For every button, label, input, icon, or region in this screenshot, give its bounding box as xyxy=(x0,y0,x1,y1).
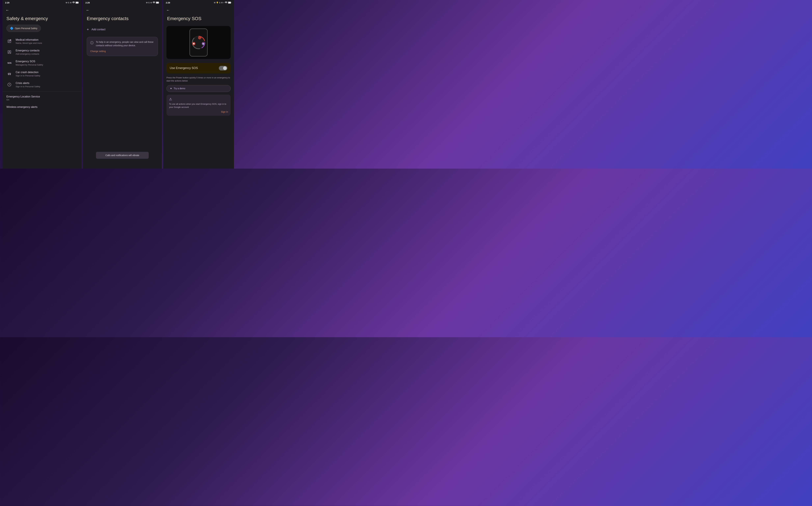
battery-icon-3 xyxy=(228,2,231,4)
try-demo-button[interactable]: ✦ Try a demo xyxy=(167,85,231,92)
medical-title: Medical information xyxy=(16,38,78,41)
status-time-1: 2:29 xyxy=(5,1,9,4)
menu-text-medical: Medical information Name, blood type and… xyxy=(16,38,78,45)
google-icon: G xyxy=(68,2,69,4)
back-arrow-icon-2: ← xyxy=(86,8,90,12)
battery-icon xyxy=(76,2,79,4)
add-contact-row[interactable]: + Add contact xyxy=(83,25,162,34)
svg-rect-15 xyxy=(231,2,231,3)
svg-rect-13 xyxy=(156,2,159,3)
wireless-title: Wireless emergency alerts xyxy=(6,105,78,108)
status-time-3: 2:29 xyxy=(166,1,170,4)
sign-in-link[interactable]: Sign in xyxy=(169,110,228,113)
crisis-icon xyxy=(6,82,12,88)
crash-icon xyxy=(6,71,12,77)
svg-rect-2 xyxy=(76,2,78,3)
dot-icon: • xyxy=(223,2,224,4)
svg-rect-1 xyxy=(78,2,79,3)
settings-icon-2: ⚙ xyxy=(150,2,152,4)
menu-item-contacts[interactable]: Emergency contacts Add emergency contact… xyxy=(2,47,82,58)
use-sos-toggle-row[interactable]: Use Emergency SOS xyxy=(167,63,231,73)
location-subtitle: On xyxy=(6,98,78,101)
wifi-icon-2 xyxy=(153,2,155,4)
panel-safety-emergency: 2:29 M G ⚙ ← Safety & emergency 🔷 Open P… xyxy=(2,0,82,169)
back-button-1[interactable]: ← xyxy=(4,7,11,14)
settings-icon: ⚙ xyxy=(70,2,72,4)
snackbar: Calls and notifications will vibrate xyxy=(96,152,149,159)
contacts-icon xyxy=(6,49,12,55)
sos-subtitle: Managed by Personal Safety xyxy=(16,64,78,66)
settings-icon-3: ⚙ xyxy=(221,2,223,4)
page-title-2: Emergency contacts xyxy=(83,14,162,25)
svg-rect-24 xyxy=(193,43,194,44)
sos-image-container: 📞 📡 xyxy=(167,26,231,59)
gmail-icon-3: M xyxy=(214,2,215,4)
menu-text-contacts: Emergency contacts Add emergency contact… xyxy=(16,49,78,55)
gmail-icon-2: M xyxy=(146,2,148,4)
info-card-header: ⓘ To help in an emergency, people can vi… xyxy=(90,40,155,47)
menu-item-crisis[interactable]: Crisis alerts Sign in to Personal Safety xyxy=(2,79,82,90)
svg-rect-12 xyxy=(159,2,159,3)
google-icon-3: G xyxy=(219,2,220,4)
status-bar-1: 2:29 M G ⚙ xyxy=(2,0,82,5)
info-card-text: To help in an emergency, people can view… xyxy=(96,40,155,47)
contacts-title: Emergency contacts xyxy=(16,49,78,52)
panel-emergency-contacts: 2:29 M G ⚙ ← Emergency contacts + Add co… xyxy=(83,0,162,169)
location-title: Emergency Location Service xyxy=(6,95,78,98)
svg-rect-16 xyxy=(229,2,231,3)
personal-safety-icon: 🔷 xyxy=(10,26,13,30)
phone-mockup: 📞 📡 xyxy=(189,28,208,57)
try-demo-label: Try a demo xyxy=(174,87,185,90)
personal-safety-label: Open Personal Safety xyxy=(15,27,37,30)
battery-icon-2 xyxy=(156,2,159,4)
back-button-3[interactable]: ← xyxy=(165,7,172,14)
menu-list: Medical information Name, blood type and… xyxy=(2,36,82,169)
menu-item-crash[interactable]: Car crash detection Sign in to Personal … xyxy=(2,68,82,79)
menu-item-location[interactable]: Emergency Location Service On xyxy=(2,93,82,103)
wifi-icon-3 xyxy=(225,2,228,4)
add-contact-label: Add contact xyxy=(92,28,105,31)
crash-title: Car crash detection xyxy=(16,71,78,74)
menu-item-wireless[interactable]: Wireless emergency alerts xyxy=(2,103,82,111)
bulb-icon: 💡 xyxy=(216,2,218,4)
menu-item-medical[interactable]: Medical information Name, blood type and… xyxy=(2,36,82,47)
warning-card: ⚠ To use all actions when you start Emer… xyxy=(167,94,231,116)
demo-icon: ✦ xyxy=(170,87,172,90)
status-icons-2: M G ⚙ xyxy=(146,2,159,4)
medical-subtitle: Name, blood type and more xyxy=(16,42,78,44)
status-bar-2: 2:29 M G ⚙ xyxy=(83,0,162,5)
divider-1 xyxy=(2,91,82,92)
change-setting-link[interactable]: Change setting xyxy=(90,50,155,53)
menu-item-sos[interactable]: SOS Emergency SOS Managed by Personal Sa… xyxy=(2,58,82,68)
back-button-2[interactable]: ← xyxy=(84,7,91,14)
svg-point-6 xyxy=(9,51,10,52)
menu-text-sos: Emergency SOS Managed by Personal Safety xyxy=(16,60,78,66)
snackbar-text: Calls and notifications will vibrate xyxy=(105,154,139,157)
medical-icon xyxy=(6,38,12,44)
gmail-icon: M xyxy=(66,2,67,4)
sos-ring-svg: 📞 📡 xyxy=(191,35,206,50)
crash-subtitle: Sign in to Personal Safety xyxy=(16,74,78,77)
crisis-subtitle: Sign in to Personal Safety xyxy=(16,85,78,88)
info-icon: ⓘ xyxy=(90,41,94,45)
use-sos-label: Use Emergency SOS xyxy=(170,66,198,70)
wifi-icon xyxy=(72,2,75,4)
sos-description: Press the Power button quickly 5 times o… xyxy=(163,75,234,85)
panel-emergency-sos: 2:29 M 💡 G ⚙ • ← Emergency SOS xyxy=(163,0,234,169)
status-bar-3: 2:29 M 💡 G ⚙ • xyxy=(163,0,234,5)
crisis-title: Crisis alerts xyxy=(16,82,78,85)
plus-icon: + xyxy=(87,27,89,31)
open-personal-safety-button[interactable]: 🔷 Open Personal Safety xyxy=(6,25,41,32)
status-time-2: 2:29 xyxy=(85,1,90,4)
warning-icon: ⚠ xyxy=(169,97,228,101)
sos-icon: SOS xyxy=(6,60,12,66)
svg-point-9 xyxy=(10,74,10,75)
warning-text: To use all actions when you start Emerge… xyxy=(169,102,228,109)
toggle-knob xyxy=(223,66,227,70)
status-icons-1: M G ⚙ xyxy=(66,2,79,4)
contacts-subtitle: Add emergency contacts xyxy=(16,53,78,55)
sos-toggle-switch[interactable] xyxy=(219,66,228,71)
sos-title: Emergency SOS xyxy=(16,60,78,63)
back-arrow-icon-3: ← xyxy=(166,8,170,12)
google-icon-2: G xyxy=(148,2,150,4)
